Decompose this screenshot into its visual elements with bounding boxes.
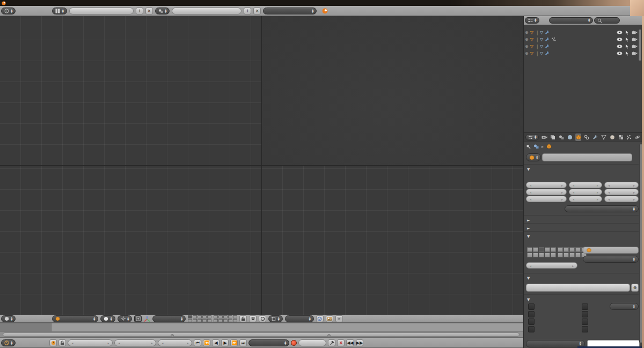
- object-name-field[interactable]: [542, 153, 632, 161]
- scene-breadcrumb-icon[interactable]: [533, 144, 539, 149]
- rotation-z-field[interactable]: [569, 196, 602, 202]
- layers-grid-right[interactable]: [558, 247, 587, 257]
- scale-y-field[interactable]: [604, 189, 639, 195]
- outliner-item-circle[interactable]: ⊕▽ | ▽: [525, 29, 639, 36]
- render-engine-select[interactable]: [263, 8, 317, 14]
- scrollbar-handle-left[interactable]: [171, 334, 174, 337]
- display-name-checkbox[interactable]: [528, 303, 537, 310]
- tab-texture[interactable]: [618, 134, 624, 141]
- layers-grid-left[interactable]: [527, 247, 556, 257]
- snap-peel-toggle[interactable]: [259, 315, 266, 322]
- add-scene-button[interactable]: +: [244, 8, 251, 14]
- outliner-item-jacket-particles[interactable]: ⊕▽ | ▽: [525, 43, 639, 50]
- bounds-type-select[interactable]: [610, 303, 639, 310]
- prev-keyframe-button[interactable]: ◀◀: [346, 339, 354, 346]
- timeline-scrollbar[interactable]: [3, 332, 519, 337]
- parent-type-select[interactable]: [583, 256, 639, 263]
- expand-icon[interactable]: ⊕: [525, 38, 529, 42]
- panel-header-transform[interactable]: [527, 166, 532, 172]
- auto-keyframe-record-button[interactable]: [291, 340, 297, 346]
- view3d-layers-grid-right[interactable]: [214, 315, 237, 322]
- display-axis-checkbox[interactable]: [528, 311, 537, 317]
- selectability-cursor-icon[interactable]: [625, 37, 629, 42]
- outliner-scrollbar[interactable]: [638, 29, 642, 61]
- render-opengl-button[interactable]: [326, 315, 333, 322]
- object-id-icon-button[interactable]: [526, 153, 541, 161]
- tab-constraints[interactable]: [583, 134, 590, 141]
- scale-z-field[interactable]: [604, 196, 639, 202]
- renderability-camera-icon[interactable]: [632, 31, 638, 34]
- pivot-point-select[interactable]: [118, 315, 132, 322]
- proportional-edit-toggle[interactable]: [316, 315, 324, 322]
- outliner-item-jacket-base[interactable]: ⊕▽ | ▽: [525, 36, 639, 43]
- screen-layout-icon-button[interactable]: [52, 8, 67, 14]
- parent-field[interactable]: [583, 247, 639, 254]
- viewport-shading-select[interactable]: [100, 315, 115, 322]
- pass-index-field[interactable]: [526, 262, 577, 269]
- panel-header-transform-locks[interactable]: [527, 225, 532, 231]
- tab-modifiers[interactable]: [592, 134, 598, 141]
- rotation-y-field[interactable]: [569, 189, 602, 195]
- selectability-cursor-icon[interactable]: [625, 51, 629, 56]
- editor-type-properties-button[interactable]: [525, 134, 539, 140]
- add-layout-button[interactable]: +: [136, 8, 143, 14]
- tab-physics[interactable]: [634, 134, 641, 141]
- snap-magnet-toggle[interactable]: [249, 315, 257, 322]
- visibility-eye-icon[interactable]: [617, 31, 623, 34]
- add-to-group-button[interactable]: [526, 284, 630, 292]
- lock-time-button[interactable]: [58, 339, 66, 346]
- tab-object[interactable]: [575, 134, 582, 141]
- outliner-search-input[interactable]: [594, 17, 620, 24]
- insert-keyframe-button[interactable]: [328, 339, 335, 346]
- next-keyframe-button[interactable]: ▶▶: [356, 339, 363, 346]
- selectability-cursor-icon[interactable]: [625, 44, 629, 49]
- pin-icon[interactable]: [526, 144, 531, 149]
- display-xray-checkbox[interactable]: [582, 319, 591, 325]
- tab-material[interactable]: [609, 134, 616, 141]
- av-sync-select[interactable]: [248, 339, 289, 346]
- expand-icon[interactable]: ⊕: [525, 31, 529, 35]
- jump-to-start-button[interactable]: ⏮: [194, 339, 201, 346]
- manipulator-axis-icon[interactable]: [144, 316, 150, 322]
- tab-particles[interactable]: [626, 134, 632, 141]
- editor-type-timeline-button[interactable]: [1, 339, 16, 346]
- tab-world[interactable]: [567, 134, 573, 141]
- jump-prev-keyframe-button[interactable]: ⏪: [203, 339, 210, 346]
- display-bounds-checkbox[interactable]: [582, 303, 591, 310]
- keying-set-field[interactable]: [298, 339, 326, 346]
- scene-icon-button[interactable]: [155, 8, 170, 14]
- pivot-align-toggle[interactable]: [134, 315, 142, 322]
- renderability-camera-icon[interactable]: [632, 38, 638, 41]
- expand-icon[interactable]: ⊕: [525, 51, 529, 56]
- renderability-camera-icon[interactable]: [632, 45, 638, 48]
- tab-render-layers[interactable]: [550, 134, 556, 141]
- transform-orientation-select[interactable]: [152, 315, 186, 322]
- visibility-eye-icon[interactable]: [617, 38, 623, 41]
- preview-range-clock-button[interactable]: [49, 339, 57, 346]
- expand-icon[interactable]: ⊕: [525, 45, 529, 49]
- timeline-ruler[interactable]: [0, 323, 523, 332]
- outliner-filter-select[interactable]: [549, 17, 593, 24]
- play-reverse-button[interactable]: ◀: [212, 339, 219, 346]
- max-draw-type-select[interactable]: [526, 340, 585, 347]
- scene-field[interactable]: [172, 8, 241, 14]
- location-x-field[interactable]: [526, 182, 567, 188]
- panel-header-groups[interactable]: [527, 275, 532, 280]
- scale-x-field[interactable]: [604, 182, 639, 188]
- visibility-eye-icon[interactable]: [617, 51, 623, 55]
- panel-header-display[interactable]: [527, 296, 532, 302]
- display-transparency-checkbox[interactable]: [582, 326, 591, 332]
- add-group-plus-button[interactable]: ⊕: [631, 284, 639, 292]
- display-texture-space-checkbox[interactable]: [582, 311, 591, 317]
- renderability-camera-icon[interactable]: [632, 51, 638, 55]
- viewport-top-ortho[interactable]: [0, 16, 261, 165]
- editor-type-info-button[interactable]: i: [1, 8, 16, 14]
- selectability-cursor-icon[interactable]: [625, 30, 629, 35]
- tab-scene[interactable]: [558, 134, 565, 141]
- delete-scene-button[interactable]: ×: [253, 8, 261, 14]
- viewport-user-persp[interactable]: [262, 16, 523, 165]
- editor-type-3dview-button[interactable]: [1, 315, 16, 322]
- snap-target-select[interactable]: [285, 315, 314, 322]
- current-frame-field[interactable]: [158, 339, 192, 346]
- panel-header-delta-transform[interactable]: [527, 217, 532, 223]
